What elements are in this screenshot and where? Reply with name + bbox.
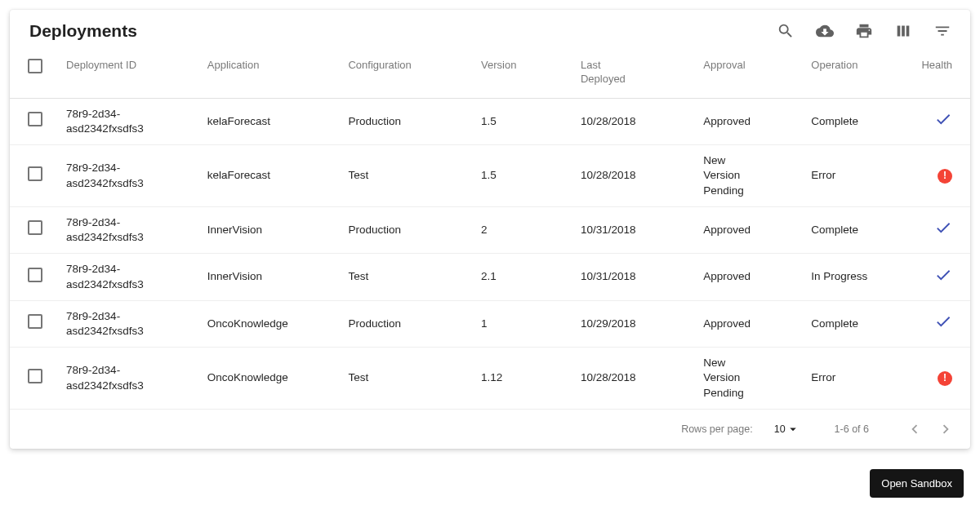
cell-health: ! (920, 348, 970, 410)
cell-health (920, 300, 970, 347)
cell-approval: Approved (703, 114, 760, 129)
table-row[interactable]: 78r9-2d34-asd2342fxsdfs3InnerVisionProdu… (10, 206, 970, 253)
view-columns-icon[interactable] (892, 20, 915, 42)
cell-health: ! (920, 145, 970, 207)
cell-last-deployed: 10/28/2018 (581, 98, 703, 144)
pagination-range: 1-6 of 6 (835, 423, 869, 435)
header-last-deployed[interactable]: Last Deployed (581, 47, 703, 98)
cell-deployment-id: 78r9-2d34-asd2342fxsdfs3 (66, 309, 185, 339)
cell-last-deployed: 10/31/2018 (581, 206, 703, 253)
cell-last-deployed: 10/29/2018 (581, 300, 703, 347)
check-icon (934, 321, 952, 333)
table-row[interactable]: 78r9-2d34-asd2342fxsdfs3OncoKnowledgeTes… (10, 348, 970, 410)
cell-application: OncoKnowledge (207, 300, 349, 347)
deployments-card: Deployments Deploym (10, 10, 970, 449)
header-operation[interactable]: Operation (811, 47, 920, 98)
cell-version: 1 (481, 300, 581, 347)
row-checkbox[interactable] (28, 220, 42, 235)
deployments-table: Deployment ID Application Configuration … (10, 47, 970, 410)
cell-application: InnerVision (207, 206, 349, 253)
cell-operation: In Progress (811, 269, 868, 284)
error-icon: ! (938, 169, 952, 184)
cell-configuration: Production (348, 206, 481, 253)
cell-deployment-id: 78r9-2d34-asd2342fxsdfs3 (66, 363, 185, 392)
next-page-button[interactable] (936, 419, 956, 439)
cell-operation: Complete (811, 317, 868, 331)
table-row[interactable]: 78r9-2d34-asd2342fxsdfs3kelaForecastTest… (10, 145, 970, 207)
cell-version: 2 (481, 206, 581, 253)
cell-approval: Approved (703, 223, 760, 237)
cell-application: kelaForecast (207, 145, 349, 207)
cell-configuration: Test (348, 348, 481, 410)
cell-version: 2.1 (481, 254, 581, 300)
header-application[interactable]: Application (207, 47, 349, 98)
table-row[interactable]: 78r9-2d34-asd2342fxsdfs3InnerVisionTest2… (10, 254, 970, 300)
cell-health (920, 206, 970, 253)
cloud-download-icon[interactable] (813, 20, 836, 42)
rows-per-page-select[interactable]: 10 (774, 422, 800, 436)
cell-deployment-id: 78r9-2d34-asd2342fxsdfs3 (66, 161, 185, 190)
cell-approval: Approved (703, 317, 760, 331)
cell-operation: Complete (811, 114, 868, 129)
rows-per-page-label: Rows per page: (681, 423, 753, 435)
cell-deployment-id: 78r9-2d34-asd2342fxsdfs3 (66, 107, 185, 136)
cell-configuration: Production (348, 98, 481, 144)
search-icon[interactable] (774, 20, 797, 42)
row-checkbox[interactable] (28, 166, 42, 181)
select-all-checkbox[interactable] (28, 59, 42, 73)
cell-version: 1.12 (481, 348, 581, 410)
check-icon (934, 118, 952, 131)
cell-deployment-id: 78r9-2d34-asd2342fxsdfs3 (66, 262, 185, 291)
cell-configuration: Test (348, 254, 481, 300)
previous-page-button[interactable] (905, 419, 924, 439)
caret-down-icon (786, 422, 800, 436)
cell-configuration: Production (348, 300, 481, 347)
cell-application: OncoKnowledge (207, 348, 349, 410)
page-title: Deployments (29, 21, 774, 41)
table-toolbar: Deployments (10, 10, 970, 47)
cell-approval: New Version Pending (703, 356, 760, 401)
cell-last-deployed: 10/31/2018 (581, 254, 703, 300)
table-pagination: Rows per page: 10 1-6 of 6 (10, 410, 970, 449)
cell-application: kelaForecast (207, 98, 349, 144)
check-icon (934, 227, 952, 239)
cell-operation: Error (811, 168, 868, 183)
cell-health (920, 254, 970, 300)
row-checkbox[interactable] (28, 112, 42, 126)
header-approval[interactable]: Approval (703, 47, 811, 98)
header-version[interactable]: Version (481, 47, 581, 98)
cell-operation: Complete (811, 223, 868, 237)
error-icon: ! (938, 371, 952, 386)
cell-deployment-id: 78r9-2d34-asd2342fxsdfs3 (66, 215, 185, 245)
cell-last-deployed: 10/28/2018 (581, 348, 703, 410)
cell-last-deployed: 10/28/2018 (581, 145, 703, 207)
toolbar-actions (774, 20, 954, 42)
cell-approval: Approved (703, 269, 760, 284)
table-row[interactable]: 78r9-2d34-asd2342fxsdfs3OncoKnowledgePro… (10, 300, 970, 347)
table-header-row: Deployment ID Application Configuration … (10, 47, 970, 98)
row-checkbox[interactable] (28, 369, 42, 383)
header-deployment-id[interactable]: Deployment ID (66, 47, 207, 98)
cell-configuration: Test (348, 145, 481, 207)
cell-approval: New Version Pending (703, 153, 760, 198)
open-sandbox-button[interactable]: Open Sandbox (870, 469, 964, 498)
check-icon (934, 274, 952, 286)
cell-version: 1.5 (481, 98, 581, 144)
cell-health (920, 98, 970, 144)
header-configuration[interactable]: Configuration (348, 47, 481, 98)
row-checkbox[interactable] (28, 314, 42, 329)
cell-operation: Error (811, 370, 868, 385)
table-row[interactable]: 78r9-2d34-asd2342fxsdfs3kelaForecastProd… (10, 98, 970, 144)
row-checkbox[interactable] (28, 268, 42, 282)
filter-icon[interactable] (931, 20, 954, 42)
cell-version: 1.5 (481, 145, 581, 207)
header-health[interactable]: Health (920, 47, 970, 98)
cell-application: InnerVision (207, 254, 349, 300)
print-icon[interactable] (853, 20, 875, 42)
